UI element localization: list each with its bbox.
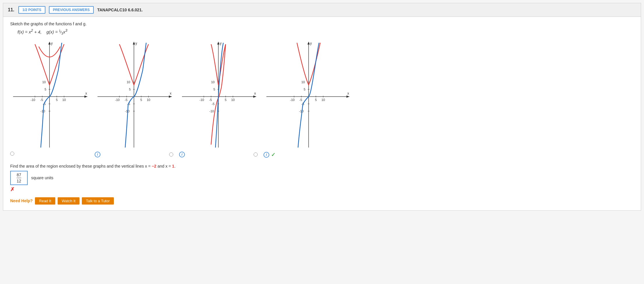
svg-marker-72 — [307, 42, 310, 45]
graph-4: x y -10 -5 5 10 5 10 — [263, 40, 351, 150]
points-button[interactable]: 1/2 POINTS — [18, 6, 45, 14]
svg-text:5: 5 — [213, 88, 215, 91]
svg-text:5: 5 — [225, 98, 227, 102]
svg-text:-5: -5 — [299, 98, 302, 102]
graph2-radio[interactable] — [169, 152, 173, 157]
svg-text:y: y — [135, 41, 137, 45]
formula-line: f(x) = x2 + 4, g(x) = 1⁄3x3 — [10, 29, 634, 35]
svg-text:5: 5 — [129, 88, 131, 91]
problem-body: Sketch the graphs of the functions f and… — [3, 17, 641, 210]
graph4-checkmark: ✓ — [271, 152, 275, 158]
svg-text:-10: -10 — [31, 98, 35, 102]
svg-text:-10: -10 — [115, 98, 120, 102]
svg-text:-5: -5 — [212, 102, 215, 106]
svg-text:-10: -10 — [199, 98, 204, 102]
svg-text:5: 5 — [45, 88, 46, 91]
svg-text:5: 5 — [315, 98, 317, 102]
svg-marker-49 — [217, 42, 220, 45]
problem-id: TANAPCALC10 6.6.021. — [97, 8, 143, 12]
svg-text:y: y — [310, 41, 312, 45]
svg-text:-10: -10 — [299, 109, 304, 113]
svg-text:-5: -5 — [209, 98, 212, 102]
x-val2: 1 — [172, 164, 174, 168]
watch-it-button[interactable]: Watch It — [58, 197, 79, 205]
svg-text:5: 5 — [56, 98, 58, 102]
graph2-info-icon[interactable]: i — [95, 152, 100, 157]
area-prompt-text: Find the area of the region enclosed by … — [10, 164, 634, 168]
svg-text:10: 10 — [301, 80, 305, 84]
svg-text:x: x — [170, 91, 171, 95]
svg-text:-10: -10 — [209, 109, 214, 113]
answer-box[interactable]: 87 12 — [10, 171, 28, 185]
svg-marker-73 — [346, 95, 349, 98]
graph-1-wrapper: x y -5 -10 5 10 5 10 — [10, 40, 89, 156]
problem-number: 11. — [8, 7, 15, 13]
answer-row: 87 12 square units — [10, 171, 634, 185]
svg-marker-50 — [253, 95, 256, 98]
problem-header: 11. 1/2 POINTS PREVIOUS ANSWERS TANAPCAL… — [3, 3, 641, 17]
graph3-radio[interactable] — [254, 152, 258, 157]
answer-fraction: 87 12 — [17, 173, 21, 183]
svg-text:-10: -10 — [40, 109, 45, 113]
area-section: Find the area of the region enclosed by … — [10, 164, 634, 193]
svg-text:y: y — [220, 41, 222, 45]
svg-text:10: 10 — [231, 98, 235, 102]
answer-denominator: 12 — [17, 178, 21, 183]
svg-text:10: 10 — [211, 80, 215, 84]
svg-text:y: y — [51, 41, 53, 45]
read-it-button[interactable]: Read It — [35, 197, 55, 205]
svg-text:x: x — [254, 91, 256, 95]
graph1-controls — [10, 152, 89, 156]
graph4-controls: i ✓ — [263, 152, 351, 158]
svg-text:x: x — [85, 91, 87, 95]
previous-answers-button[interactable]: PREVIOUS ANSWERS — [49, 6, 94, 14]
need-help-label: Need Help? — [10, 198, 33, 203]
svg-marker-27 — [169, 95, 172, 98]
svg-text:-10: -10 — [125, 109, 130, 113]
graph-4-wrapper: x y -10 -5 5 10 5 10 — [263, 40, 351, 158]
svg-text:10: 10 — [42, 80, 46, 84]
graph-3-wrapper: x y -5 -10 5 10 5 10 -5 — [179, 40, 258, 157]
svg-rect-22 — [13, 43, 87, 148]
x-val1: −2 — [152, 164, 156, 168]
svg-text:5: 5 — [304, 88, 305, 91]
svg-marker-2 — [48, 42, 51, 45]
svg-text:-5: -5 — [40, 98, 43, 102]
talk-to-tutor-button[interactable]: Talk to a Tutor — [82, 197, 114, 205]
graph2-controls: i — [95, 152, 173, 157]
svg-text:-10: -10 — [290, 98, 295, 102]
answer-unit: square units — [31, 175, 53, 180]
svg-text:10: 10 — [147, 98, 150, 102]
graph4-info-icon[interactable]: i — [263, 152, 269, 158]
svg-text:10: 10 — [62, 98, 66, 102]
instructions: Sketch the graphs of the functions f and… — [10, 22, 634, 26]
svg-rect-23 — [98, 43, 172, 148]
svg-text:5: 5 — [140, 98, 142, 102]
svg-text:10: 10 — [321, 98, 325, 102]
need-help-row: Need Help? Read It Watch It Talk to a Tu… — [10, 197, 634, 205]
svg-text:-5: -5 — [125, 98, 128, 102]
graph1-radio[interactable] — [10, 152, 14, 156]
graph-3: x y -5 -10 5 10 5 10 -5 — [179, 40, 258, 150]
answer-numerator: 87 — [17, 173, 21, 178]
graphs-row: x y -5 -10 5 10 5 10 — [10, 40, 634, 158]
graph-2: x y -5 -10 5 10 5 10 -5 — [95, 40, 173, 150]
svg-marker-26 — [133, 42, 135, 45]
graph-1: x y -5 -10 5 10 5 10 — [10, 40, 89, 150]
incorrect-mark: ✗ — [10, 187, 15, 192]
graph3-controls: i — [179, 152, 258, 157]
problem-container: 11. 1/2 POINTS PREVIOUS ANSWERS TANAPCAL… — [3, 3, 641, 211]
svg-text:10: 10 — [127, 80, 130, 84]
svg-rect-69 — [266, 43, 349, 148]
svg-marker-3 — [84, 95, 87, 98]
graph3-info-icon[interactable]: i — [179, 152, 185, 157]
svg-text:x: x — [347, 91, 349, 95]
graph-2-wrapper: x y -5 -10 5 10 5 10 -5 — [95, 40, 173, 157]
